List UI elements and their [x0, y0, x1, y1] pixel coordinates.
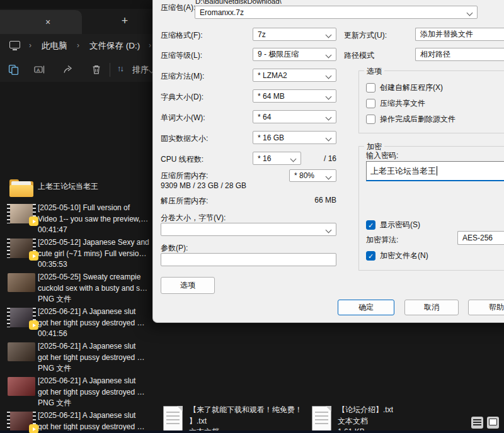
play-icon [29, 251, 38, 261]
dictionary-combobox[interactable]: * 64 MB [253, 89, 336, 103]
memory-usage-value: 9309 MB / 23 GB / 28 GB [161, 181, 246, 190]
password-input[interactable]: 上老王论坛当老王 [366, 161, 504, 181]
play-icon [29, 320, 38, 330]
password-label: 输入密码: [366, 150, 398, 161]
cpu-threads-combobox[interactable]: * 16 [253, 152, 301, 165]
text-file-icon [312, 406, 331, 432]
method-combobox[interactable]: * LZMA2 [253, 69, 336, 82]
thumbnail-view-button[interactable] [487, 417, 499, 429]
file-name: cuckold sex with a busty and s… [38, 283, 147, 295]
cpu-threads-label: CPU 线程数: [161, 154, 203, 165]
folder-icon [9, 178, 33, 198]
file-name: [2025-05-10] Full version of [38, 203, 148, 214]
file-meta: PNG 文件 [38, 398, 144, 409]
parameters-input[interactable] [161, 253, 336, 266]
format-label: 压缩格式(F): [161, 30, 203, 41]
rename-icon[interactable]: A [33, 63, 46, 76]
breadcrumb-this-pc[interactable]: 此电脑 [42, 40, 67, 52]
paste-icon[interactable] [7, 63, 20, 76]
list-item[interactable]: [2025-06-21] A Japanese slutgot her tigh… [5, 376, 152, 410]
video-thumbnail [7, 308, 36, 327]
file-name: Video 1-- you saw the preview,… [38, 214, 148, 225]
list-item[interactable]: [2025-05-10] Full version ofVideo 1-- yo… [5, 203, 152, 237]
delete-after-checkbox[interactable]: 操作完成后删除源文件 [366, 114, 455, 125]
level-combobox[interactable]: 9 - 极限压缩 [253, 48, 336, 61]
help-button[interactable]: 帮助 [468, 300, 504, 315]
svg-text:A: A [37, 67, 40, 72]
chevron-down-icon [326, 115, 332, 121]
compress-shared-checkbox[interactable]: 压缩共享文件 [366, 98, 425, 109]
file-name: got her tight pussy destroyed … [38, 387, 144, 398]
ok-button[interactable]: 确定 [338, 300, 394, 315]
path-mode-combobox[interactable]: 相对路径 [415, 48, 504, 61]
solid-block-combobox[interactable]: * 16 GB [253, 131, 336, 144]
list-item[interactable]: [2025-06-21] A Japanese slutgot her tigh… [5, 306, 152, 341]
encrypt-filenames-checkbox[interactable]: ✓ 加密文件名(N) [366, 250, 428, 261]
image-thumbnail [8, 273, 35, 292]
breadcrumb-drive-d[interactable]: 文件保存 (D:) [89, 40, 140, 52]
explorer-tab[interactable]: × [0, 10, 82, 34]
dictionary-label: 字典大小(D): [161, 92, 203, 103]
chevron-down-icon [326, 227, 332, 233]
memory-percent-combobox[interactable]: * 80% [289, 169, 336, 182]
update-mode-label: 更新方式(U): [344, 30, 387, 41]
encryption-method-label: 加密算法: [366, 235, 398, 245]
text-file-icon [163, 406, 183, 432]
video-thumbnail [7, 239, 36, 258]
file-meta: 00:35:53 [38, 259, 149, 271]
file-name: [2025-06-21] A Japanese slut [38, 410, 144, 422]
method-label: 压缩方法(M): [161, 71, 204, 82]
update-mode-combobox[interactable]: 添加并替换文件 [415, 28, 504, 41]
new-tab-button[interactable]: + [117, 13, 132, 29]
level-label: 压缩等级(L): [161, 50, 202, 61]
chevron-down-icon [326, 94, 332, 100]
file-meta: PNG 文件 [38, 363, 144, 374]
checkbox-unchecked-icon [366, 83, 375, 93]
chevron-down-icon [326, 135, 332, 142]
split-volume-combobox[interactable] [161, 223, 336, 236]
image-thumbnail [8, 342, 35, 361]
word-size-combobox[interactable]: * 64 [253, 110, 336, 123]
sort-button[interactable]: 排序 [132, 64, 149, 76]
file-name: 【来了就能下载和观看！纯免费！ [189, 405, 302, 416]
memory-usage-label: 压缩所需内存: [161, 171, 208, 181]
options-button[interactable]: 选项 [161, 277, 215, 294]
list-item[interactable]: 【来了就能下载和观看！纯免费！】.txt文本文档 [156, 405, 302, 433]
video-thumbnail [7, 412, 36, 431]
list-item[interactable]: [2025-05-25] Sweaty creampiecuckold sex … [5, 272, 152, 306]
image-thumbnail [8, 377, 35, 396]
list-item[interactable]: 【论坛介绍】.txt文本文档1.61 KB [305, 405, 449, 433]
file-meta: PNG 文件 [38, 294, 147, 305]
list-item[interactable]: [2025-06-21] A Japanese slutgot her tigh… [5, 410, 152, 433]
text-caret [437, 166, 437, 176]
toolbar-divider [110, 63, 110, 77]
show-password-checkbox[interactable]: ✓ 显示密码(S) [366, 220, 420, 230]
cancel-button[interactable]: 取消 [404, 300, 459, 315]
tab-close-icon[interactable]: × [42, 16, 54, 28]
chevron-down-icon [326, 174, 332, 180]
list-item[interactable]: [2025-05-12] Japanese Sexy andcute girl … [5, 237, 152, 272]
archive-name-combobox[interactable]: Eromanxx.7z [195, 6, 478, 19]
sort-arrows-icon: ↑↓ [117, 64, 123, 73]
decompress-memory-label: 解压所需内存: [161, 196, 208, 206]
details-view-button[interactable] [471, 417, 483, 429]
breadcrumb-separator: › [149, 41, 151, 50]
encryption-method-combobox[interactable]: AES-256 [457, 231, 504, 245]
delete-icon[interactable] [90, 63, 103, 76]
window-bottom-edge [0, 430, 504, 433]
file-meta: 00:41:56 [38, 329, 144, 340]
archive-path: D:\BaiduNetdiskDownload\ [195, 0, 282, 5]
create-sfx-checkbox[interactable]: 创建自解压程序(X) [366, 82, 443, 93]
7zip-add-archive-dialog: 压缩包(A): D:\BaiduNetdiskDownload\ Eromanx… [152, 0, 504, 323]
list-item[interactable]: 上老王论坛当老王 [5, 171, 152, 203]
path-mode-label: 路径模式 [344, 50, 374, 61]
list-item[interactable]: [2025-06-21] A Japanese slutgot her tigh… [5, 341, 152, 376]
play-icon [29, 424, 38, 433]
format-combobox[interactable]: 7z [253, 28, 336, 41]
create-sfx-label: 创建自解压程序(X) [380, 82, 443, 93]
this-pc-icon[interactable] [9, 41, 20, 50]
share-icon[interactable] [62, 63, 75, 76]
options-group-title: 选项 [364, 66, 384, 77]
video-thumbnail [7, 204, 36, 223]
show-password-label: 显示密码(S) [380, 220, 420, 230]
